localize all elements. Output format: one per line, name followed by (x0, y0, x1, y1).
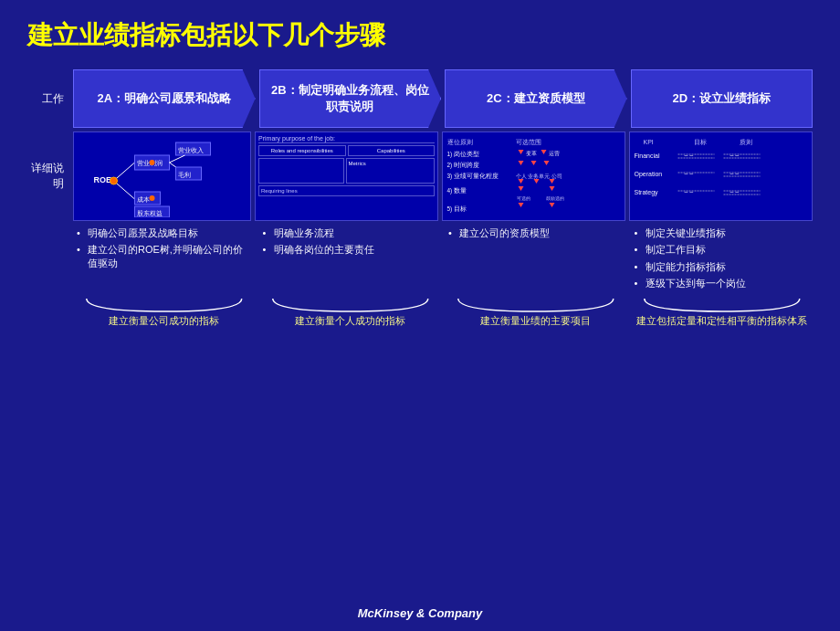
svg-text:毛利: 毛利 (178, 172, 191, 178)
brace-col-4: 建立包括定量和定性相平衡的指标体系 (631, 297, 814, 328)
svg-text:3) 业绩可量化程度: 3) 业绩可量化程度 (447, 173, 499, 180)
svg-text:1) 岗位类型: 1) 岗位类型 (447, 151, 480, 158)
bullets-col-4: 制定关键业绩指标 制定工作目标 制定能力指标指标 逐级下达到每一个岗位 (631, 225, 814, 295)
svg-text:2) 时间跨度: 2) 时间跨度 (447, 162, 480, 169)
svg-text:– –: – – (730, 152, 740, 158)
work-label: 工作 (27, 91, 68, 107)
svg-text:– –: – – (685, 188, 694, 195)
svg-text:4) 数量: 4) 数量 (447, 187, 467, 195)
kpi-box: KPI 目标 质则 Financial Operation Strategy (629, 131, 813, 221)
svg-text:KPI: KPI (644, 139, 654, 145)
svg-line-2 (114, 181, 135, 199)
process-boxes: 2A：明确公司愿景和战略 2B：制定明确业务流程、岗位职责说明 2C：建立资质模… (73, 69, 813, 128)
step-2b: 2B：制定明确业务流程、岗位职责说明 (259, 69, 442, 128)
svg-marker-40 (519, 203, 524, 207)
svg-text:5) 目标: 5) 目标 (447, 205, 467, 213)
detail-label: 详细说明 (27, 161, 68, 192)
svg-text:– –: – – (730, 188, 740, 195)
detail-boxes: ROE 营业利润 成本 营业收入 (73, 131, 813, 221)
svg-text:– –: – – (685, 170, 694, 176)
svg-marker-31 (519, 179, 524, 184)
roe-svg: ROE 营业利润 成本 营业收入 (74, 135, 250, 217)
svg-marker-37 (550, 186, 555, 191)
svg-text:逐位原则: 逐位原则 (447, 139, 473, 145)
svg-text:质则: 质则 (740, 139, 752, 145)
brace-col-2: 建立衡量个人成功的指标 (259, 297, 442, 328)
svg-text:Strategy: Strategy (635, 189, 659, 196)
svg-line-1 (114, 163, 135, 181)
brace-row: 建立衡量公司成功的指标 建立衡量个人成功的指标 建立衡量业绩的主要项目 建立包括… (73, 297, 813, 328)
svg-point-17 (150, 195, 155, 201)
brace-col-3: 建立衡量业绩的主要项目 (445, 297, 627, 328)
brace-label-2: 建立衡量个人成功的指标 (295, 315, 405, 328)
brace-svg-2 (259, 297, 442, 313)
svg-text:股东权益: 股东权益 (137, 210, 163, 216)
svg-point-16 (150, 160, 155, 165)
kpi-svg: KPI 目标 质则 Financial Operation Strategy (633, 136, 809, 216)
competency-svg: 逐位原则 可选范围 1) 岗位类型 变革 运营 2) 时间跨度 3) 业绩可量化… (446, 136, 622, 216)
svg-text:Operation: Operation (635, 171, 663, 178)
svg-marker-28 (544, 161, 550, 165)
step-2c: 2C：建立资质模型 (445, 69, 627, 128)
svg-marker-41 (550, 203, 555, 207)
brace-svg-4 (631, 297, 814, 313)
brace-svg-3 (445, 297, 627, 313)
slide: 建立业绩指标包括以下几个步骤 工作 2A：明确公司愿景和战略 2B：制定明确业务… (0, 0, 840, 631)
roe-diagram-box: ROE 营业利润 成本 营业收入 (73, 131, 251, 221)
svg-text:Financial: Financial (635, 152, 660, 159)
svg-text:– –: – – (730, 170, 740, 176)
svg-marker-26 (519, 161, 524, 165)
step-2a: 2A：明确公司愿景和战略 (73, 69, 256, 128)
svg-text:目标: 目标 (694, 139, 707, 145)
svg-text:可选的: 可选的 (517, 195, 530, 201)
brace-label-3: 建立衡量业绩的主要项目 (480, 315, 591, 328)
svg-marker-27 (531, 161, 537, 165)
svg-text:变革: 变革 (526, 150, 537, 156)
brace-label-4: 建立包括定量和定性相平衡的指标体系 (636, 315, 807, 328)
svg-text:营业收入: 营业收入 (178, 147, 204, 154)
svg-point-15 (110, 177, 118, 184)
svg-text:– –: – – (685, 152, 694, 158)
bullets-col-1: 明确公司愿景及战略目标 建立公司的ROE树,并明确公司的价值驱动 (73, 225, 256, 295)
svg-text:营业利润: 营业利润 (137, 160, 163, 166)
bullets-col-3: 建立公司的资质模型 (445, 225, 627, 295)
svg-text:成本: 成本 (137, 196, 150, 203)
svg-text:鼓励选的: 鼓励选的 (546, 195, 564, 201)
svg-marker-33 (550, 179, 555, 184)
svg-text:个人   业务单元   公司: 个人 业务单元 公司 (516, 174, 562, 179)
brace-label-1: 建立衡量公司成功的指标 (109, 315, 219, 328)
footer: McKinsey & Company (0, 606, 840, 620)
page-title: 建立业绩指标包括以下几个步骤 (27, 18, 813, 53)
svg-marker-23 (541, 150, 547, 154)
svg-marker-35 (519, 186, 524, 191)
brace-col-1: 建立衡量公司成功的指标 (73, 297, 256, 328)
svg-marker-21 (519, 150, 524, 154)
svg-text:ROE: ROE (94, 175, 112, 184)
svg-marker-32 (534, 179, 540, 184)
svg-text:运营: 运营 (549, 151, 560, 156)
bullets-row: 明确公司愿景及战略目标 建立公司的ROE树,并明确公司的价值驱动 明确业务流程 … (73, 225, 813, 295)
step-2d: 2D：设立业绩指标 (631, 69, 814, 128)
competency-model-box: 逐位原则 可选范围 1) 岗位类型 变革 运营 2) 时间跨度 3) 业绩可量化… (442, 131, 625, 221)
bullets-col-2: 明确业务流程 明确各岗位的主要责任 (259, 225, 442, 295)
job-description-box: Primary purpose of the job: Roles and re… (255, 131, 438, 221)
brace-svg-1 (73, 297, 256, 313)
svg-line-9 (170, 155, 185, 163)
svg-text:可选范围: 可选范围 (516, 139, 541, 145)
